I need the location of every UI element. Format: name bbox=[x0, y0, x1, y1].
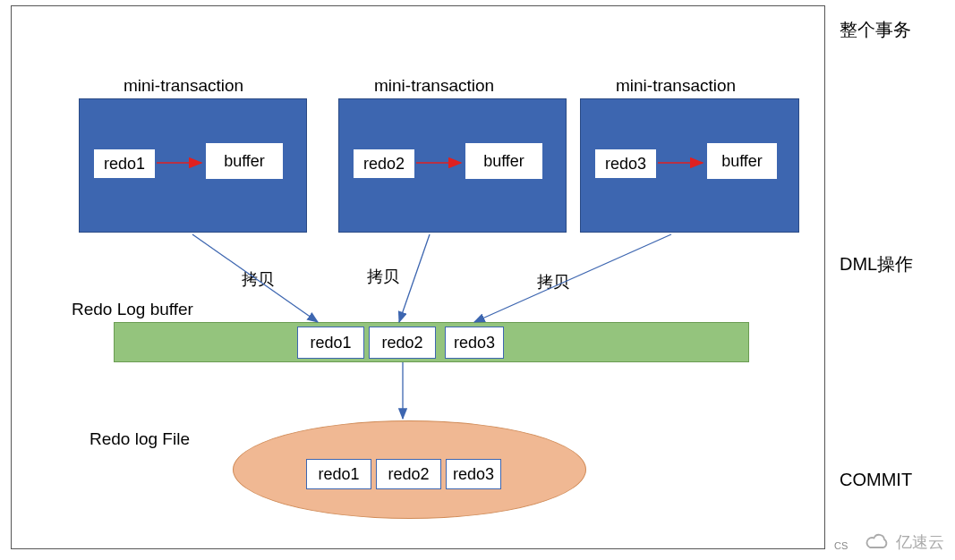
mt2-box: redo2 buffer bbox=[338, 98, 567, 233]
mt1-title: mini-transaction bbox=[124, 76, 243, 96]
cs-label: CS bbox=[834, 540, 848, 551]
mt3-redo: redo3 bbox=[594, 148, 657, 179]
fb-slot-1: redo1 bbox=[306, 459, 371, 489]
rb-slot-2: redo2 bbox=[369, 327, 436, 359]
watermark: 亿速云 bbox=[865, 531, 944, 553]
fb-slot-3: redo3 bbox=[446, 459, 501, 489]
mt2-redo: redo2 bbox=[353, 148, 415, 179]
phase-commit: COMMIT bbox=[840, 470, 912, 490]
mt2-title: mini-transaction bbox=[374, 76, 494, 96]
rb-slot-3: redo3 bbox=[445, 327, 504, 359]
watermark-text: 亿速云 bbox=[896, 531, 944, 553]
mt3-title: mini-transaction bbox=[616, 76, 736, 96]
fb-slot-2: redo2 bbox=[376, 459, 441, 489]
copy-label-2: 拷贝 bbox=[367, 266, 399, 287]
redo-log-file-title: Redo log File bbox=[90, 429, 190, 449]
copy-label-1: 拷贝 bbox=[242, 268, 274, 290]
mt1-buffer: buffer bbox=[205, 142, 284, 180]
copy-label-3: 拷贝 bbox=[537, 271, 569, 293]
mt1-box: redo1 buffer bbox=[79, 98, 307, 233]
mt3-box: redo3 buffer bbox=[580, 98, 799, 233]
phase-dml: DML操作 bbox=[840, 252, 913, 276]
cloud-icon bbox=[865, 532, 891, 552]
overall-title: 整个事务 bbox=[840, 18, 911, 42]
rb-slot-1: redo1 bbox=[297, 327, 364, 359]
mt2-buffer: buffer bbox=[465, 142, 543, 180]
mt1-redo: redo1 bbox=[93, 148, 156, 179]
mt3-buffer: buffer bbox=[706, 142, 778, 180]
redo-log-buffer-title: Redo Log buffer bbox=[72, 300, 193, 319]
